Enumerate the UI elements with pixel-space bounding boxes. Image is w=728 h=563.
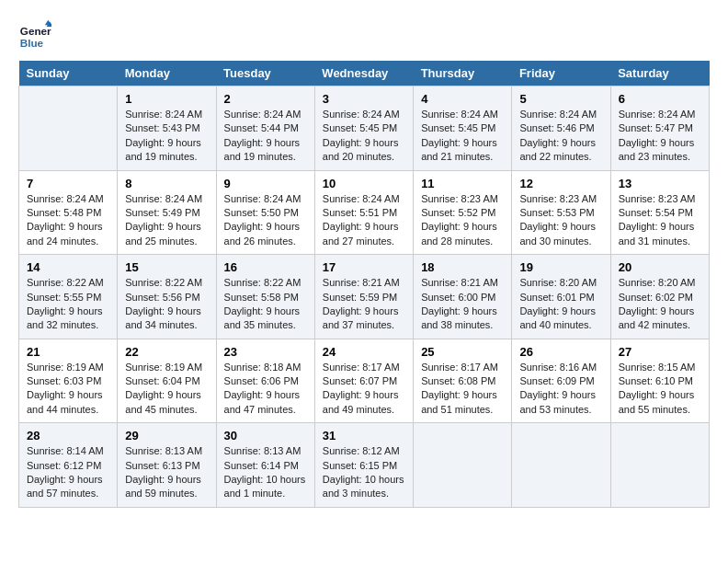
day-number: 1 <box>125 92 208 106</box>
day-info-line: Sunrise: 8:19 AM <box>125 361 208 374</box>
day-info-line: Daylight: 9 hours <box>519 136 602 150</box>
day-info-line: Sunrise: 8:19 AM <box>27 361 109 374</box>
day-info-line: Daylight: 9 hours <box>619 304 701 318</box>
day-info-line: Sunset: 6:13 PM <box>125 459 208 473</box>
day-number: 31 <box>323 429 405 442</box>
day-number: 13 <box>619 177 701 190</box>
day-info-line: Sunrise: 8:15 AM <box>619 361 701 374</box>
day-info-line: and 42 minutes. <box>619 318 701 332</box>
day-info-line: Daylight: 9 hours <box>323 136 405 150</box>
weekday-header: Saturday <box>610 61 709 86</box>
day-info-line: Daylight: 9 hours <box>323 220 405 234</box>
day-info-line: Daylight: 9 hours <box>323 304 405 318</box>
day-info-line: and 1 minute. <box>224 487 307 500</box>
day-info-line: and 28 minutes. <box>421 235 504 248</box>
day-info-line: Daylight: 9 hours <box>421 220 504 234</box>
day-number: 15 <box>125 260 208 274</box>
calendar-cell: 7Sunrise: 8:24 AMSunset: 5:48 PMDaylight… <box>19 170 118 255</box>
day-info-line: and 31 minutes. <box>619 235 701 248</box>
day-info-line: Sunrise: 8:18 AM <box>224 361 307 374</box>
day-number: 26 <box>519 345 602 359</box>
day-number: 21 <box>27 345 109 359</box>
calendar-cell: 25Sunrise: 8:17 AMSunset: 6:08 PMDayligh… <box>414 339 512 423</box>
day-info-line: and 25 minutes. <box>125 235 208 248</box>
day-info-line: Sunrise: 8:22 AM <box>27 276 109 290</box>
day-info-line: Sunset: 5:53 PM <box>519 206 602 220</box>
weekday-header: Wednesday <box>314 61 413 86</box>
day-info-line: Sunrise: 8:24 AM <box>519 108 602 121</box>
day-info-line: Sunset: 5:58 PM <box>224 291 307 304</box>
day-info-line: Sunset: 5:51 PM <box>323 206 405 220</box>
day-info-line: Sunrise: 8:16 AM <box>519 361 602 374</box>
day-info-line: Sunrise: 8:24 AM <box>224 108 307 121</box>
day-info-line: Sunrise: 8:23 AM <box>519 192 602 206</box>
calendar-cell: 16Sunrise: 8:22 AMSunset: 5:58 PMDayligh… <box>216 255 314 339</box>
calendar-cell <box>512 423 610 508</box>
day-info-line: Sunrise: 8:22 AM <box>125 276 208 290</box>
day-info-line: and 40 minutes. <box>519 318 602 332</box>
calendar-header: SundayMondayTuesdayWednesdayThursdayFrid… <box>19 61 710 86</box>
day-info-line: Daylight: 9 hours <box>224 388 307 402</box>
calendar-cell <box>19 86 118 171</box>
day-info-line: Daylight: 9 hours <box>421 304 504 318</box>
day-info-line: Sunset: 5:49 PM <box>125 206 208 220</box>
calendar-cell <box>414 423 512 508</box>
day-number: 25 <box>421 345 504 359</box>
day-info-line: and 35 minutes. <box>224 318 307 332</box>
day-info-line: and 22 minutes. <box>519 150 602 164</box>
calendar-cell: 29Sunrise: 8:13 AMSunset: 6:13 PMDayligh… <box>118 423 216 508</box>
day-info-line: and 34 minutes. <box>125 318 208 332</box>
day-info-line: and 20 minutes. <box>323 150 405 164</box>
weekday-header: Tuesday <box>216 61 314 86</box>
day-info-line: Daylight: 9 hours <box>224 220 307 234</box>
weekday-header: Thursday <box>414 61 512 86</box>
day-info-line: Sunrise: 8:17 AM <box>421 361 504 374</box>
day-info-line: Sunset: 6:14 PM <box>224 459 307 473</box>
day-info-line: Sunrise: 8:23 AM <box>619 192 701 206</box>
day-info-line: Sunrise: 8:13 AM <box>125 444 208 458</box>
day-info-line: and 27 minutes. <box>323 235 405 248</box>
day-info-line: Sunrise: 8:14 AM <box>27 444 109 458</box>
day-info-line: Sunset: 6:04 PM <box>125 374 208 388</box>
day-info-line: Sunset: 6:03 PM <box>27 374 109 388</box>
day-info-line: and 26 minutes. <box>224 235 307 248</box>
calendar-week-row: 28Sunrise: 8:14 AMSunset: 6:12 PMDayligh… <box>19 423 710 508</box>
day-info-line: Sunset: 5:56 PM <box>125 291 208 304</box>
day-info-line: and 51 minutes. <box>421 403 504 417</box>
calendar-cell: 18Sunrise: 8:21 AMSunset: 6:00 PMDayligh… <box>414 255 512 339</box>
day-info-line: Sunrise: 8:24 AM <box>421 108 504 121</box>
day-info-line: Daylight: 9 hours <box>421 388 504 402</box>
day-number: 7 <box>27 177 109 190</box>
day-info-line: Sunset: 5:47 PM <box>619 121 701 135</box>
logo-icon: General Blue <box>18 18 51 52</box>
day-info-line: and 32 minutes. <box>27 318 109 332</box>
calendar-cell <box>610 423 709 508</box>
day-info-line: Sunrise: 8:24 AM <box>125 108 208 121</box>
day-number: 5 <box>519 92 602 106</box>
calendar-cell: 2Sunrise: 8:24 AMSunset: 5:44 PMDaylight… <box>216 86 314 171</box>
day-info-line: Daylight: 9 hours <box>125 136 208 150</box>
day-number: 9 <box>224 177 307 190</box>
day-info-line: Sunset: 5:59 PM <box>323 291 405 304</box>
day-info-line: Sunrise: 8:24 AM <box>224 192 307 206</box>
day-number: 24 <box>323 345 405 359</box>
calendar-cell: 19Sunrise: 8:20 AMSunset: 6:01 PMDayligh… <box>512 255 610 339</box>
calendar-cell: 12Sunrise: 8:23 AMSunset: 5:53 PMDayligh… <box>512 170 610 255</box>
day-info-line: Daylight: 9 hours <box>224 136 307 150</box>
day-info-line: and 37 minutes. <box>323 318 405 332</box>
day-info-line: Sunset: 5:45 PM <box>421 121 504 135</box>
day-number: 10 <box>323 177 405 190</box>
calendar-cell: 10Sunrise: 8:24 AMSunset: 5:51 PMDayligh… <box>314 170 413 255</box>
day-info-line: Sunset: 5:46 PM <box>519 121 602 135</box>
day-info-line: Daylight: 9 hours <box>125 220 208 234</box>
day-info-line: Sunset: 6:08 PM <box>421 374 504 388</box>
day-info-line: Daylight: 9 hours <box>619 220 701 234</box>
day-info-line: and 19 minutes. <box>224 150 307 164</box>
day-info-line: Sunrise: 8:21 AM <box>323 276 405 290</box>
day-info-line: Daylight: 9 hours <box>519 304 602 318</box>
day-info-line: Sunrise: 8:20 AM <box>619 276 701 290</box>
calendar-cell: 9Sunrise: 8:24 AMSunset: 5:50 PMDaylight… <box>216 170 314 255</box>
day-info-line: Daylight: 10 hours <box>224 473 307 487</box>
day-number: 30 <box>224 429 307 442</box>
day-number: 11 <box>421 177 504 190</box>
